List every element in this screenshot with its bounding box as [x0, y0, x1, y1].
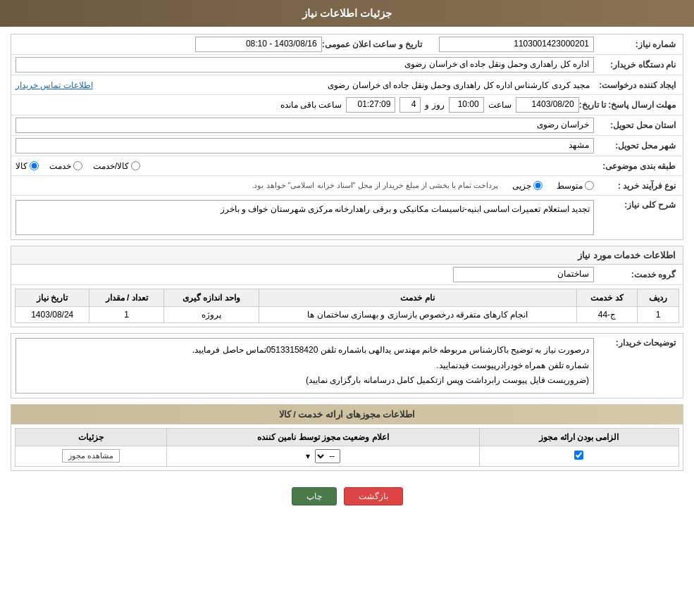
cell-details: مشاهده مجوز [16, 446, 167, 466]
process-jozyi: جزیی [512, 181, 543, 191]
announcement-label: تاریخ و ساعت اعلان عمومی: [322, 39, 425, 49]
status-select[interactable]: -- [315, 449, 340, 463]
category-kala-label: کالا [16, 161, 27, 171]
creator-label: ایجاد کننده درخواست: [594, 80, 678, 90]
process-motovaset-label: متوسط [557, 181, 583, 191]
required-checkbox[interactable] [574, 451, 583, 460]
cell-row: 1 [638, 307, 679, 323]
col-name: نام خدمت [259, 289, 576, 307]
deadline-date: 1403/08/20 [516, 97, 579, 113]
row-creator: ایجاد کننده درخواست: مجید کردی کارشناس ا… [11, 75, 683, 95]
services-table-wrapper: ردیف کد خدمت نام خدمت واحد اندازه گیری ت… [11, 285, 683, 327]
org-name-label: نام دستگاه خریدار: [594, 60, 678, 70]
buyer-notes-value: درصورت نیاز به توضیح باکارشناس مربوطه خا… [16, 338, 594, 394]
col-row: ردیف [638, 289, 679, 307]
process-motovaset-radio[interactable] [585, 181, 594, 190]
table-row: -- ▾ مشاهده مجوز [16, 446, 679, 466]
creator-group: مجید کردی کارشناس اداره کل راهداری وحمل … [16, 79, 594, 92]
category-khedmat-label: خدمت [49, 161, 71, 171]
province-label: استان محل تحویل: [594, 120, 678, 130]
process-motovaset: متوسط [557, 181, 594, 191]
process-label: نوع فرآیند خرید : [594, 181, 678, 191]
print-button[interactable]: چاپ [292, 487, 337, 505]
col-unit: واحد اندازه گیری [163, 289, 259, 307]
category-khedmat-radio[interactable] [73, 161, 82, 170]
permits-section-header[interactable]: اطلاعات مجوزهای ارائه خدمت / کالا [11, 405, 683, 425]
permits-col-status: اعلام وضعیت مجوز توسط نامین کننده [167, 428, 480, 446]
deadline-group: 1403/08/20 ساعت 10:00 روز و 4 01:27:09 س… [16, 97, 579, 113]
cell-required [479, 446, 678, 466]
category-khedmat: خدمت [49, 161, 82, 171]
deadline-label: مهلت ارسال پاسخ: تا تاریخ: [579, 100, 678, 110]
view-permit-button[interactable]: مشاهده مجوز [62, 449, 120, 463]
process-note: پرداخت تمام یا بخشی از مبلغ خریدار از مح… [252, 181, 498, 190]
category-kala-khedmat-label: کالا/خدمت [93, 161, 129, 171]
cell-code: ج-44 [576, 307, 638, 323]
table-row: 1 ج-44 انجام کارهای متفرقه درخصوص بازساز… [16, 307, 679, 323]
row-org-name: نام دستگاه خریدار: اداره کل راهداری وحمل… [11, 55, 683, 75]
city-label: شهر محل تحویل: [594, 141, 678, 151]
category-label: طبقه بندی موضوعی: [594, 161, 678, 171]
row-service-group: گروه خدمت: ساختمان [11, 265, 683, 285]
service-group-label: گروه خدمت: [594, 270, 678, 279]
row-need-number: شماره نیاز: 1103001423000201 تاریخ و ساع… [11, 34, 683, 55]
buyer-notes-label: توضیحات خریدار: [594, 338, 678, 348]
page-wrapper: جزئیات اطلاعات نیاز شماره نیاز: 11030014… [0, 0, 694, 616]
row-category: طبقه بندی موضوعی: کالا/خدمت خدمت کالا [11, 156, 683, 176]
announcement-value: 1403/08/16 - 08:10 [195, 37, 322, 52]
category-kala: کالا [16, 161, 39, 171]
services-title: اطلاعات خدمات مورد نیاز [11, 246, 683, 265]
process-jozyi-label: جزیی [512, 181, 531, 191]
deadline-days-label: روز و [425, 100, 444, 110]
page-title: جزئیات اطلاعات نیاز [0, 0, 694, 27]
row-city: شهر محل تحویل: مشهد [11, 136, 683, 156]
permits-col-required: الزامی بودن ارائه مجوز [479, 428, 678, 446]
org-name-value: اداره کل راهداری وحمل ونقل جاده ای خراسا… [16, 57, 594, 73]
row-province: استان محل تحویل: خراسان رضوی [11, 115, 683, 136]
cell-name: انجام کارهای متفرقه درخصوص بازسازی و بهس… [259, 307, 576, 323]
deadline-days: 4 [399, 97, 421, 113]
need-number-label: شماره نیاز: [594, 39, 678, 49]
process-radio-group: متوسط جزیی پرداخت تمام یا بخشی از مبلغ خ… [16, 181, 594, 191]
row-process: نوع فرآیند خرید : متوسط جزیی پرداخت تمام… [11, 176, 683, 196]
category-radio-group: کالا/خدمت خدمت کالا [16, 161, 594, 171]
row-need-description: شرح کلی نیاز: تجدید استعلام تعمیرات اساس… [11, 196, 683, 239]
footer-buttons: بازگشت چاپ [11, 477, 683, 516]
need-number-value: 1103001423000201 [439, 37, 594, 52]
deadline-remaining-label: ساعت باقی مانده [280, 100, 342, 110]
permits-section: اطلاعات مجوزهای ارائه خدمت / کالا الزامی… [11, 404, 683, 471]
col-date: تاریخ نیاز [16, 289, 89, 307]
process-jozyi-radio[interactable] [533, 181, 543, 190]
main-info-section: شماره نیاز: 1103001423000201 تاریخ و ساع… [11, 34, 683, 240]
back-button[interactable]: بازگشت [344, 487, 403, 505]
row-buyer-notes: توضیحات خریدار: درصورت نیاز به توضیح باک… [11, 334, 683, 398]
cell-qty: 1 [89, 307, 163, 323]
province-value: خراسان رضوی [16, 118, 594, 133]
permits-col-details: جزئیات [16, 428, 167, 446]
services-section: اطلاعات خدمات مورد نیاز گروه خدمت: ساختم… [11, 246, 683, 327]
creator-value: مجید کردی کارشناس اداره کل راهداری وحمل … [97, 79, 594, 92]
cell-date: 1403/08/24 [16, 307, 89, 323]
category-kala-radio[interactable] [30, 161, 39, 170]
buyer-notes-section: توضیحات خریدار: درصورت نیاز به توضیح باک… [11, 333, 683, 398]
permits-table: الزامی بودن ارائه مجوز اعلام وضعیت مجوز … [15, 428, 679, 467]
deadline-time: 10:00 [449, 97, 484, 113]
permits-table-wrapper: الزامی بودن ارائه مجوز اعلام وضعیت مجوز … [11, 425, 683, 470]
contact-link[interactable]: اطلاعات تماس خریدار [16, 80, 93, 90]
cell-status: -- ▾ [167, 446, 480, 466]
cell-unit: پروژه [163, 307, 259, 323]
row-deadline: مهلت ارسال پاسخ: تا تاریخ: 1403/08/20 سا… [11, 95, 683, 115]
col-code: کد خدمت [576, 289, 638, 307]
deadline-remaining: 01:27:09 [346, 97, 395, 113]
city-value: مشهد [16, 138, 594, 153]
service-group-value: ساختمان [453, 267, 594, 282]
category-kala-khedmat: کالا/خدمت [93, 161, 140, 171]
need-description-label: شرح کلی نیاز: [594, 200, 678, 210]
category-kala-khedmat-radio[interactable] [131, 161, 140, 170]
col-qty: تعداد / مقدار [89, 289, 163, 307]
need-description-value: تجدید استعلام تعمیرات اساسی ابنیه-تاسیسا… [16, 200, 594, 235]
content-area: شماره نیاز: 1103001423000201 تاریخ و ساع… [0, 27, 694, 523]
deadline-time-label: ساعت [488, 100, 512, 110]
services-table: ردیف کد خدمت نام خدمت واحد اندازه گیری ت… [15, 289, 679, 323]
